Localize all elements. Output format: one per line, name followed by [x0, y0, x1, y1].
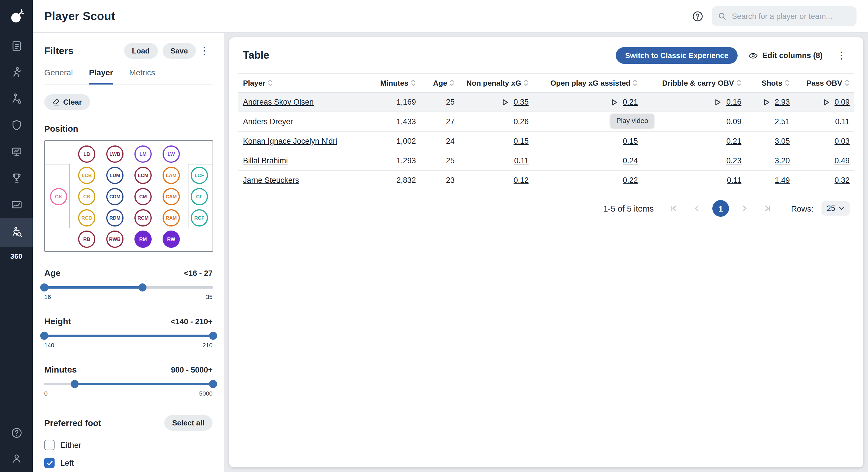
sort-icon[interactable]: [633, 79, 638, 86]
op-xg-assisted-link[interactable]: 0.15: [623, 137, 638, 145]
column-header-minutes[interactable]: Minutes: [369, 73, 421, 92]
player-link[interactable]: Jarne Steuckers: [243, 176, 299, 184]
sidebar-360-label[interactable]: 360: [10, 253, 22, 260]
position-ldm[interactable]: LDM: [106, 167, 124, 184]
position-lm[interactable]: LM: [134, 145, 152, 163]
column-header-age[interactable]: Age: [421, 73, 459, 92]
filters-menu-icon[interactable]: ⋮: [196, 45, 213, 57]
column-header-np-xg[interactable]: Non penalty xG: [459, 73, 533, 92]
kick-icon[interactable]: [0, 86, 33, 112]
dribble-carry-obv-link[interactable]: 0.11: [727, 176, 742, 184]
pass-obv-link[interactable]: 0.11: [835, 117, 849, 126]
load-button[interactable]: Load: [124, 43, 158, 59]
height-slider-handle-min[interactable]: [40, 332, 48, 340]
minutes-slider-handle-min[interactable]: [71, 380, 79, 388]
position-rb[interactable]: RB: [78, 231, 95, 248]
statsbomb-logo[interactable]: [0, 0, 33, 33]
position-cf[interactable]: CF: [191, 188, 208, 205]
trophy-icon[interactable]: [0, 165, 33, 191]
select-all-button[interactable]: Select all: [164, 415, 213, 431]
badge-icon[interactable]: [0, 112, 33, 139]
table-row[interactable]: Billal Brahimi 1,293 25 0.11 0.24 0.23 3…: [239, 151, 854, 171]
tab-general[interactable]: General: [44, 68, 73, 85]
np-xg-link[interactable]: 0.11: [514, 156, 529, 165]
tab-player[interactable]: Player: [89, 68, 113, 85]
position-cb[interactable]: CB: [78, 188, 95, 205]
position-lam[interactable]: LAM: [162, 167, 180, 184]
minutes-slider-handle-max[interactable]: [209, 380, 217, 388]
pass-obv-link[interactable]: 0.09: [834, 98, 849, 106]
topbar-help-icon[interactable]: [692, 10, 704, 22]
checkbox-either[interactable]: Either: [44, 440, 213, 450]
pass-obv-link[interactable]: 0.49: [834, 156, 849, 165]
np-xg-link[interactable]: 0.26: [514, 117, 529, 126]
screen-icon[interactable]: [0, 139, 33, 165]
report-icon[interactable]: [0, 33, 33, 59]
height-slider-handle-max[interactable]: [209, 332, 217, 340]
dribble-carry-obv-link[interactable]: 0.23: [726, 156, 742, 165]
pitch-route-icon[interactable]: [0, 191, 33, 218]
play-video-icon[interactable]: [762, 98, 770, 106]
shots-link[interactable]: 3.20: [775, 156, 790, 165]
position-lw[interactable]: LW: [162, 145, 180, 163]
table-row[interactable]: Andreas Skov Olsen 1,169 25 0.35 0.21: [239, 93, 854, 112]
table-row[interactable]: Jarne Steuckers 2,832 23 0.12 0.22 0.11 …: [239, 171, 854, 190]
runner-icon[interactable]: [0, 59, 33, 86]
first-page-icon[interactable]: [666, 201, 681, 216]
position-lb[interactable]: LB: [78, 145, 95, 163]
column-header-op-xg-assisted[interactable]: Open play xG assisted: [533, 73, 642, 92]
player-link[interactable]: Billal Brahimi: [243, 156, 288, 165]
position-rdm[interactable]: RDM: [106, 209, 124, 227]
column-header-dribble-carry-obv[interactable]: Dribble & carry OBV: [643, 73, 746, 92]
switch-classic-button[interactable]: Switch to Classic Experience: [616, 47, 738, 64]
player-link[interactable]: Konan Ignace Jocelyn N'dri: [243, 137, 337, 145]
sort-icon[interactable]: [450, 79, 455, 86]
table-menu-icon[interactable]: ⋮: [833, 50, 849, 61]
dribble-carry-obv-link[interactable]: 0.16: [726, 98, 742, 106]
age-slider-handle-min[interactable]: [40, 284, 48, 292]
last-page-icon[interactable]: [760, 201, 775, 216]
np-xg-link[interactable]: 0.12: [514, 176, 529, 184]
position-lcb[interactable]: LCB: [78, 167, 95, 184]
age-slider[interactable]: [44, 284, 213, 292]
shots-link[interactable]: 1.49: [775, 176, 790, 184]
shots-link[interactable]: 3.05: [775, 137, 790, 145]
edit-columns-button[interactable]: Edit columns (8): [748, 50, 823, 61]
sort-icon[interactable]: [844, 79, 849, 86]
column-header-pass-obv[interactable]: Pass OBV: [795, 73, 854, 92]
position-gk[interactable]: GK: [50, 188, 67, 205]
page-number[interactable]: 1: [712, 200, 729, 217]
position-lcm[interactable]: LCM: [134, 167, 152, 184]
prev-page-icon[interactable]: [689, 201, 704, 216]
position-ram[interactable]: RAM: [162, 209, 180, 227]
position-cm[interactable]: CM: [134, 188, 152, 205]
player-scout-icon[interactable]: [0, 218, 33, 247]
op-xg-assisted-link[interactable]: 0.24: [623, 156, 638, 165]
column-header-player[interactable]: Player: [239, 73, 369, 92]
next-page-icon[interactable]: [737, 201, 752, 216]
play-video-icon[interactable]: [610, 98, 618, 106]
dribble-carry-obv-link[interactable]: 0.09: [726, 117, 742, 126]
clear-button[interactable]: Clear: [44, 94, 90, 110]
np-xg-link[interactable]: 0.15: [514, 137, 529, 145]
position-rcb[interactable]: RCB: [78, 209, 95, 227]
height-slider[interactable]: [44, 332, 213, 340]
op-xg-assisted-link[interactable]: 0.21: [623, 98, 638, 106]
help-icon[interactable]: [0, 420, 33, 446]
sort-icon[interactable]: [411, 79, 416, 86]
column-header-shots[interactable]: Shots: [746, 73, 795, 92]
pass-obv-link[interactable]: 0.03: [834, 137, 849, 145]
minutes-slider[interactable]: [44, 380, 213, 388]
position-lwb[interactable]: LWB: [106, 145, 124, 163]
position-cam[interactable]: CAM: [162, 188, 180, 205]
position-rw[interactable]: RW: [162, 231, 180, 248]
position-cdm[interactable]: CDM: [106, 188, 124, 205]
search-input[interactable]: [731, 11, 851, 21]
shots-link[interactable]: 2.51: [775, 117, 790, 126]
play-video-icon[interactable]: [501, 98, 509, 106]
age-slider-handle-max[interactable]: [138, 284, 146, 292]
op-xg-assisted-link[interactable]: 0.22: [623, 176, 638, 184]
play-video-icon[interactable]: [714, 98, 722, 106]
pass-obv-link[interactable]: 0.32: [834, 176, 849, 184]
table-row[interactable]: Konan Ignace Jocelyn N'dri 1,002 24 0.15…: [239, 131, 854, 151]
